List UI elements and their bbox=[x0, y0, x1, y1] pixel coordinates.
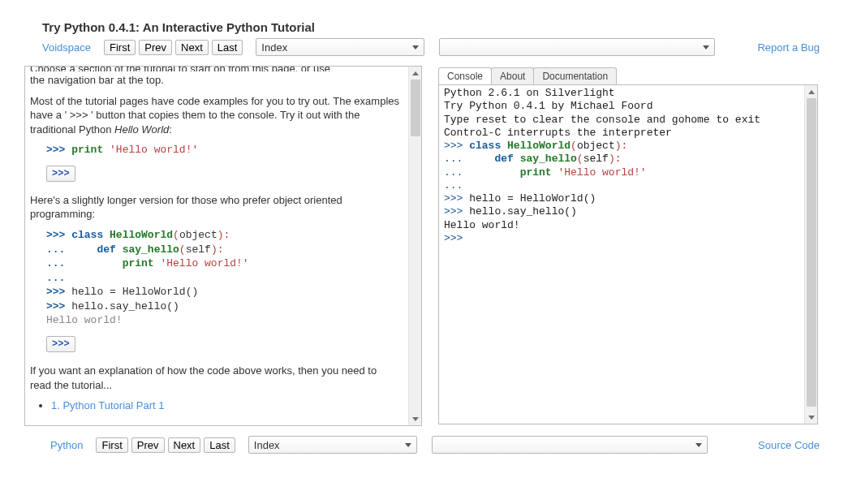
index-dropdown[interactable]: Index bbox=[256, 38, 424, 56]
index-dropdown-bottom[interactable]: Index bbox=[248, 436, 417, 454]
report-bug-link[interactable]: Report a Bug bbox=[757, 41, 820, 54]
voidspace-link[interactable]: Voidspace bbox=[42, 41, 91, 54]
scroll-down-icon[interactable] bbox=[805, 411, 818, 424]
last-button-bottom[interactable]: Last bbox=[204, 437, 235, 453]
code-example-1: >>> print 'Hello world!' bbox=[46, 143, 400, 157]
tab-about[interactable]: About bbox=[491, 67, 534, 84]
code-example-2: >>> class HelloWorld(object): ... def sa… bbox=[46, 228, 400, 328]
page-title: Try Python 0.4.1: An Interactive Python … bbox=[42, 20, 820, 34]
nav-top: Voidspace First Prev Next Last Index Rep… bbox=[42, 38, 820, 56]
python-link[interactable]: Python bbox=[50, 439, 83, 451]
tab-documentation[interactable]: Documentation bbox=[533, 67, 617, 84]
index-dropdown-label: Index bbox=[261, 41, 287, 54]
tut-p3: Here's a slightly longer version for tho… bbox=[30, 193, 400, 222]
nav-bottom: Python First Prev Next Last Index Source… bbox=[50, 436, 820, 454]
tut-cutoff-top: Choose a section of the tutorial to star… bbox=[30, 66, 330, 71]
run-button-1[interactable]: >>> bbox=[46, 166, 75, 182]
first-button[interactable]: First bbox=[104, 40, 136, 55]
scroll-up-icon[interactable] bbox=[805, 85, 818, 98]
run-button-2[interactable]: >>> bbox=[46, 336, 75, 352]
page-dropdown-top[interactable] bbox=[439, 38, 715, 56]
console-panel: Console About Documentation Python 2.6.1… bbox=[437, 66, 820, 426]
prev-button[interactable]: Prev bbox=[139, 40, 172, 55]
last-button[interactable]: Last bbox=[212, 40, 243, 55]
next-button[interactable]: Next bbox=[175, 40, 209, 55]
tab-console[interactable]: Console bbox=[438, 67, 492, 84]
console-scrollbar[interactable] bbox=[804, 85, 817, 424]
scroll-down-icon[interactable] bbox=[409, 412, 422, 425]
tut-line2: the navigation bar at the top. bbox=[30, 73, 400, 88]
first-button-bottom[interactable]: First bbox=[96, 437, 127, 453]
console-output[interactable]: Python 2.6.1 on Silverlight Try Python 0… bbox=[439, 85, 817, 247]
prev-button-bottom[interactable]: Prev bbox=[131, 437, 165, 453]
next-button-bottom[interactable]: Next bbox=[168, 437, 201, 453]
tutorial-scrollbar[interactable] bbox=[408, 67, 421, 425]
scroll-up-icon[interactable] bbox=[409, 67, 422, 80]
tut-p4: If you want an explanation of how the co… bbox=[30, 364, 400, 392]
index-dropdown-label-bottom: Index bbox=[254, 439, 280, 451]
toc-item-1[interactable]: 1. Python Tutorial Part 1 bbox=[51, 398, 400, 413]
tutorial-panel: Choose a section of the tutorial to star… bbox=[24, 66, 422, 426]
tut-p2: Most of the tutorial pages have code exa… bbox=[30, 94, 400, 137]
source-code-link[interactable]: Source Code bbox=[758, 439, 820, 451]
page-dropdown-bottom[interactable] bbox=[432, 436, 708, 454]
